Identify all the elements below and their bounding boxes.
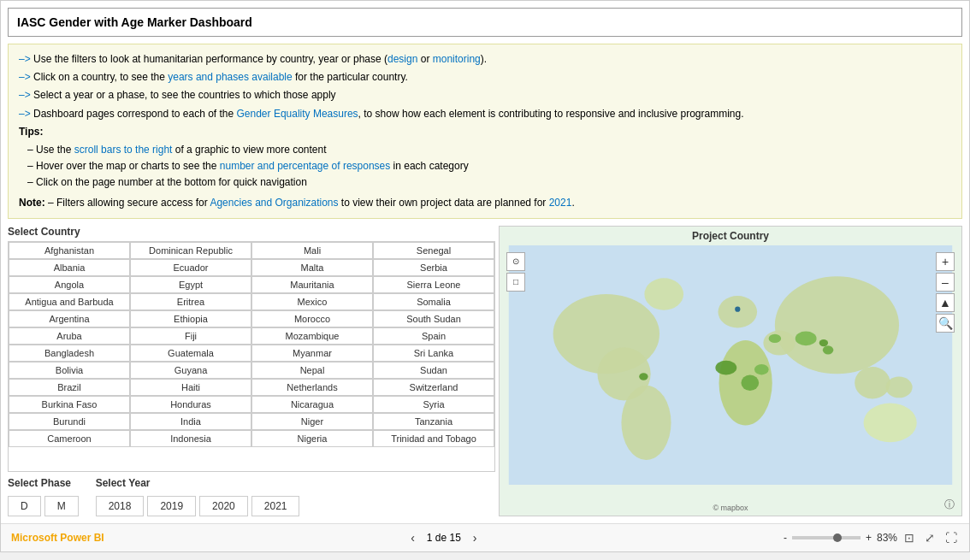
page-nav: ‹ 1 de 15 › xyxy=(405,529,482,546)
year-filter-section: Select Year 2018201920202021 xyxy=(96,477,300,516)
left-panel: Select Country AfghanistanDominican Repu… xyxy=(8,226,495,516)
country-item[interactable]: Brazil xyxy=(9,379,130,396)
country-item[interactable]: Albania xyxy=(9,259,130,276)
country-item[interactable]: Senegal xyxy=(373,242,494,259)
instruction-3: –> Select a year or a phase, to see the … xyxy=(19,87,951,103)
country-item[interactable]: Egypt xyxy=(130,276,251,293)
country-item[interactable]: Bolivia xyxy=(9,362,130,379)
country-item[interactable]: Switzerland xyxy=(373,379,494,396)
country-item[interactable]: Guyana xyxy=(130,362,251,379)
svg-point-10 xyxy=(885,376,912,398)
country-item[interactable]: Netherlands xyxy=(251,379,373,396)
country-item[interactable]: Aruba xyxy=(9,327,130,345)
country-item[interactable]: Ecuador xyxy=(130,259,251,276)
country-item[interactable]: India xyxy=(130,413,251,430)
instruction-1: –> Use the filters to look at humanitari… xyxy=(19,51,951,68)
svg-point-4 xyxy=(621,386,671,460)
year-buttons: 2018201920202021 xyxy=(96,496,300,516)
tip-1: Use the scroll bars to the right of a gr… xyxy=(27,142,951,158)
phase-filter-section: Select Phase DM xyxy=(8,477,79,516)
country-list-container[interactable]: AfghanistanDominican RepublicMaliSenegal… xyxy=(8,241,495,472)
fullscreen-icon[interactable]: ⛶ xyxy=(943,529,959,546)
map-search-button[interactable]: 🔍 xyxy=(936,314,955,333)
country-item[interactable]: Indonesia xyxy=(130,430,251,447)
map-zoom-in-button[interactable]: + xyxy=(936,252,955,271)
map-north-button[interactable]: ▲ xyxy=(936,293,955,312)
country-item[interactable]: South Sudan xyxy=(373,310,494,327)
bottom-right-icons: - + 83% ⊡ ⤢ ⛶ xyxy=(784,529,959,546)
zoom-minus-label[interactable]: - xyxy=(784,532,787,544)
country-item[interactable]: Honduras xyxy=(130,396,251,413)
zoom-plus-label[interactable]: + xyxy=(866,532,872,544)
country-item[interactable]: Burundi xyxy=(9,413,130,430)
year-button[interactable]: 2021 xyxy=(251,496,300,516)
svg-point-11 xyxy=(864,403,917,442)
country-item[interactable]: Sierra Leone xyxy=(373,276,494,293)
country-item[interactable]: Mozambique xyxy=(251,327,373,345)
instruction-2: –> Click on a country, to see the years … xyxy=(19,69,951,85)
country-item[interactable]: Malta xyxy=(251,259,373,276)
year-button[interactable]: 2020 xyxy=(199,496,248,516)
select-phase-header: Select Phase xyxy=(8,477,79,489)
country-item[interactable]: Eritrea xyxy=(130,293,251,310)
instruction-4: –> Dashboard pages correspond to each of… xyxy=(19,106,951,122)
country-item[interactable]: Myanmar xyxy=(251,345,373,362)
phase-button[interactable]: D xyxy=(8,496,41,516)
svg-point-8 xyxy=(775,276,899,374)
country-item[interactable]: Cameroon xyxy=(9,430,130,447)
powerbi-link[interactable]: Microsoft Power BI xyxy=(11,532,104,544)
svg-point-17 xyxy=(741,374,759,391)
country-item[interactable]: Sudan xyxy=(373,362,494,379)
note-label: Note: xyxy=(19,197,45,209)
country-item[interactable]: Bangladesh xyxy=(9,345,130,362)
svg-point-3 xyxy=(644,278,683,309)
map-select-button[interactable]: □ xyxy=(506,273,525,292)
info-box: –> Use the filters to look at humanitari… xyxy=(8,44,962,219)
country-item[interactable]: Syria xyxy=(373,396,494,413)
map-location-button[interactable]: ⊙ xyxy=(506,252,525,271)
country-item[interactable]: Ethiopia xyxy=(130,310,251,327)
country-item[interactable]: Serbia xyxy=(373,259,494,276)
country-item[interactable]: Guatemala xyxy=(130,345,251,362)
country-item[interactable]: Trinidad and Tobago xyxy=(373,430,494,447)
country-item[interactable]: Sri Lanka xyxy=(373,345,494,362)
country-item[interactable]: Angola xyxy=(9,276,130,293)
country-item[interactable]: Tanzania xyxy=(373,413,494,430)
expand-icon[interactable]: ⤢ xyxy=(923,529,937,546)
country-item[interactable]: Nicaragua xyxy=(251,396,373,413)
country-item[interactable]: Nepal xyxy=(251,362,373,379)
country-item[interactable]: Niger xyxy=(251,413,373,430)
fit-page-icon[interactable]: ⊡ xyxy=(902,529,916,546)
tip-2: Hover over the map or charts to see the … xyxy=(27,158,951,174)
map-zoom-out-button[interactable]: – xyxy=(936,273,955,292)
country-item[interactable]: Somalia xyxy=(373,293,494,310)
country-item[interactable]: Haiti xyxy=(130,379,251,396)
country-item[interactable]: Morocco xyxy=(251,310,373,327)
svg-point-9 xyxy=(855,367,890,398)
country-item[interactable]: Dominican Republic xyxy=(130,242,251,259)
year-button[interactable]: 2019 xyxy=(147,496,196,516)
country-item[interactable]: Burkina Faso xyxy=(9,396,130,413)
phase-button[interactable]: M xyxy=(44,496,79,516)
country-item[interactable]: Afghanistan xyxy=(9,242,130,259)
country-item[interactable]: Fiji xyxy=(130,327,251,345)
country-item[interactable]: Nigeria xyxy=(251,430,373,447)
phase-buttons: DM xyxy=(8,496,79,516)
world-map[interactable] xyxy=(500,245,961,485)
country-item[interactable]: Mauritania xyxy=(251,276,373,293)
right-panel: Project Country ⊙ □ + – ▲ 🔍 xyxy=(499,226,962,516)
country-item[interactable]: Mexico xyxy=(251,293,373,310)
zoom-slider[interactable] xyxy=(792,536,861,539)
svg-point-16 xyxy=(715,361,736,375)
year-button[interactable]: 2018 xyxy=(96,496,145,516)
country-item[interactable]: Mali xyxy=(251,242,373,259)
country-item[interactable]: Spain xyxy=(373,327,494,345)
country-item[interactable]: Argentina xyxy=(9,310,130,327)
bottom-bar: Microsoft Power BI ‹ 1 de 15 › - + 83% ⊡… xyxy=(1,523,969,551)
country-item[interactable]: Antigua and Barbuda xyxy=(9,293,130,310)
dashboard-title: IASC Gender with Age Marker Dashboard xyxy=(8,8,962,37)
map-left-controls: ⊙ □ xyxy=(506,252,525,292)
prev-page-button[interactable]: ‹ xyxy=(405,529,420,546)
info-icon[interactable]: ⓘ xyxy=(944,498,955,512)
next-page-button[interactable]: › xyxy=(468,529,482,546)
